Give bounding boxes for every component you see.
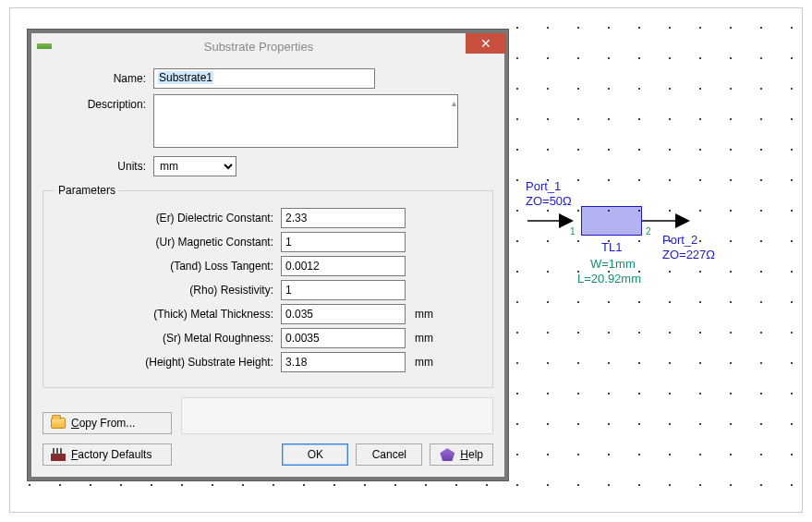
grid-dot <box>608 240 610 242</box>
grid-dot <box>699 149 701 151</box>
grid-dot <box>547 393 549 395</box>
grid-dot <box>638 301 640 303</box>
tl-box[interactable] <box>581 206 642 236</box>
grid-dot <box>547 362 549 364</box>
ok-button[interactable]: OK <box>282 443 348 466</box>
param-input-rho[interactable] <box>281 280 406 300</box>
grid-dot <box>212 484 213 486</box>
grid-dot <box>516 118 518 120</box>
grid-dot <box>638 27 640 29</box>
grid-dot <box>791 362 793 364</box>
grid-dot <box>608 57 610 59</box>
grid-dot <box>516 88 518 90</box>
grid-dot <box>516 362 518 364</box>
grid-dot <box>638 484 640 486</box>
param-input-sr[interactable] <box>281 328 406 348</box>
grid-dot <box>760 179 762 181</box>
grid-dot <box>730 271 732 273</box>
grid-dot <box>791 393 793 395</box>
app-icon <box>37 43 52 49</box>
param-input-thick[interactable] <box>281 304 406 324</box>
grid-dot <box>669 301 671 303</box>
grid-dot <box>669 57 671 59</box>
grid-dot <box>730 240 732 242</box>
grid-dot <box>120 484 122 486</box>
scroll-up-icon[interactable]: ▴ <box>452 98 456 108</box>
grid-dot <box>791 271 793 273</box>
svg-marker-3 <box>675 213 690 228</box>
grid-dot <box>577 393 579 395</box>
help-icon <box>440 448 454 461</box>
description-label: Description: <box>42 94 153 111</box>
grid-dot <box>730 362 732 364</box>
grid-dot <box>699 301 701 303</box>
grid-dot <box>516 27 518 29</box>
grid-dot <box>608 332 610 334</box>
grid-dot <box>577 301 579 303</box>
grid-dot <box>669 27 671 29</box>
grid-dot <box>669 118 671 120</box>
copy-from-button[interactable]: Copy From... <box>42 412 172 434</box>
port1-zo: ZO=50Ω <box>526 194 572 208</box>
grid-dot <box>760 393 762 395</box>
grid-dot <box>577 118 579 120</box>
grid-dot <box>608 484 610 486</box>
cancel-button[interactable]: Cancel <box>356 443 422 466</box>
grid-dot <box>486 484 488 486</box>
grid-dot <box>699 423 701 425</box>
param-label-ur: (Ur) Magnetic Constant: <box>55 236 281 249</box>
grid-dot <box>577 454 579 455</box>
factory-defaults-button[interactable]: Factory Defaults <box>42 443 172 466</box>
grid-dot <box>760 149 762 151</box>
grid-dot <box>638 271 640 273</box>
param-input-er[interactable] <box>281 208 406 228</box>
pin1-number: 1 <box>570 226 576 237</box>
param-input-height[interactable] <box>281 352 406 372</box>
grid-dot <box>699 362 701 364</box>
grid-dot <box>516 332 518 334</box>
help-button[interactable]: Help <box>430 443 493 466</box>
grid-dot <box>638 88 640 90</box>
grid-dot <box>608 423 610 425</box>
grid-dot <box>791 332 793 334</box>
grid-dot <box>608 454 610 455</box>
grid-dot <box>730 179 732 181</box>
schematic[interactable]: Port_1 ZO=50Ω 1 2 Port_2 ZO=227Ω TL1 W=1… <box>526 179 803 327</box>
units-select[interactable]: mm <box>153 156 236 176</box>
grid-dot <box>455 484 457 486</box>
param-input-tand[interactable] <box>281 256 406 276</box>
grid-dot <box>730 393 732 395</box>
grid-dot <box>547 423 549 425</box>
grid-dot <box>516 179 518 181</box>
grid-dot <box>669 362 671 364</box>
grid-dot <box>699 57 701 59</box>
grid-dot <box>730 149 732 151</box>
status-box <box>181 397 493 434</box>
grid-dot <box>730 423 732 425</box>
grid-dot <box>669 149 671 151</box>
substrate-properties-dialog: Substrate Properties ✕ Name: Substrate1 … <box>28 30 508 480</box>
grid-dot <box>730 210 732 212</box>
pin2-number: 2 <box>646 226 651 237</box>
grid-dot <box>791 484 793 486</box>
param-unit-thick: mm <box>406 308 433 321</box>
port2-label: Port_2 <box>662 233 697 247</box>
grid-dot <box>577 271 579 273</box>
grid-dot <box>669 484 671 486</box>
grid-dot <box>760 332 762 334</box>
grid-dot <box>638 179 640 181</box>
grid-dot <box>516 484 518 486</box>
name-input[interactable]: Substrate1 <box>153 68 375 89</box>
grid-dot <box>90 484 91 486</box>
grid-dot <box>730 484 732 486</box>
description-input[interactable] <box>153 94 458 148</box>
grid-dot <box>547 88 549 90</box>
grid-dot <box>608 118 610 120</box>
grid-dot <box>669 393 671 395</box>
grid-dot <box>333 484 335 486</box>
param-input-ur[interactable] <box>281 232 406 252</box>
grid-dot <box>760 210 762 212</box>
grid-dot <box>760 423 762 425</box>
grid-dot <box>303 484 305 486</box>
close-button[interactable]: ✕ <box>466 33 506 54</box>
